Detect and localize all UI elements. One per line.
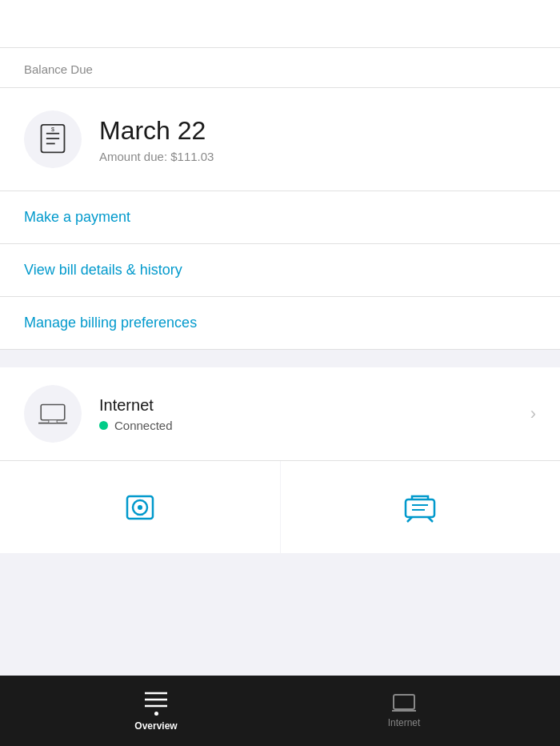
balance-amount: Amount due: $111.03 bbox=[99, 150, 214, 163]
bottom-nav: Overview Internet bbox=[0, 676, 560, 746]
view-bill-link[interactable]: View bill details & history bbox=[0, 244, 560, 297]
internet-nav-icon bbox=[392, 693, 416, 712]
tile-left-icon bbox=[122, 490, 158, 525]
balance-date: March 22 bbox=[99, 115, 214, 146]
top-partial-header bbox=[0, 0, 560, 48]
connected-status-text: Connected bbox=[114, 419, 173, 432]
view-bill-label: View bill details & history bbox=[24, 262, 182, 278]
svg-rect-11 bbox=[406, 499, 434, 517]
balance-due-label: Balance Due bbox=[0, 48, 560, 88]
chevron-right-icon: › bbox=[530, 403, 536, 424]
make-payment-link[interactable]: Make a payment bbox=[0, 191, 560, 244]
laptop-icon-wrapper bbox=[24, 385, 82, 443]
internet-item[interactable]: Internet Connected › bbox=[0, 367, 560, 461]
tile-right[interactable] bbox=[281, 461, 561, 553]
internet-info: Internet Connected bbox=[99, 396, 530, 432]
manage-billing-label: Manage billing preferences bbox=[24, 315, 197, 331]
overview-nav-dot bbox=[154, 712, 158, 716]
tiles-section bbox=[0, 461, 560, 553]
balance-content: $ March 22 Amount due: $111.03 bbox=[0, 88, 560, 191]
internet-title: Internet bbox=[99, 396, 530, 415]
tile-left[interactable] bbox=[0, 461, 280, 553]
svg-point-10 bbox=[138, 505, 142, 510]
links-section: Make a payment View bill details & histo… bbox=[0, 191, 560, 350]
tiles-row bbox=[0, 461, 560, 553]
manage-billing-link[interactable]: Manage billing preferences bbox=[0, 297, 560, 350]
svg-rect-5 bbox=[41, 404, 65, 419]
bill-icon-wrapper: $ bbox=[24, 110, 82, 168]
overview-nav-label: Overview bbox=[134, 720, 177, 732]
bill-icon: $ bbox=[38, 124, 68, 154]
nav-item-internet[interactable]: Internet bbox=[280, 693, 528, 728]
internet-status: Connected bbox=[99, 419, 530, 432]
internet-section: Internet Connected › bbox=[0, 367, 560, 461]
laptop-icon bbox=[38, 403, 67, 425]
make-payment-label: Make a payment bbox=[24, 209, 130, 225]
internet-nav-label: Internet bbox=[388, 717, 421, 728]
nav-item-overview[interactable]: Overview bbox=[32, 691, 280, 732]
tile-right-icon bbox=[402, 490, 438, 525]
svg-text:$: $ bbox=[51, 126, 54, 133]
svg-rect-7 bbox=[49, 420, 57, 423]
overview-nav-icon bbox=[145, 691, 167, 708]
balance-info: March 22 Amount due: $111.03 bbox=[99, 115, 214, 162]
section-separator bbox=[0, 350, 560, 367]
svg-rect-17 bbox=[394, 695, 414, 709]
connected-status-dot bbox=[99, 421, 108, 430]
balance-due-section: Balance Due $ March 22 Amount due: $111.… bbox=[0, 48, 560, 191]
